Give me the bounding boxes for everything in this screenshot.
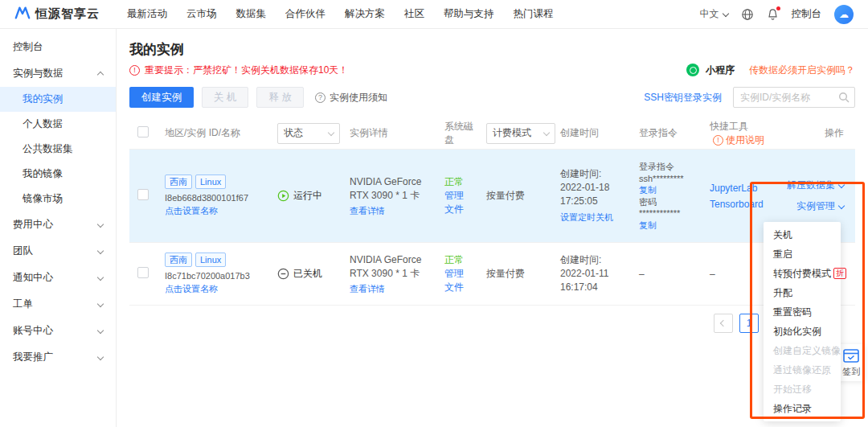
brand-name: 恒源智享云 <box>35 6 100 22</box>
tensorboard-link[interactable]: Tensorboard <box>710 196 779 212</box>
table-header: 地区/实例 ID/名称 状态 实例详情 系统磁盘 计费模式 创建时间 登录指令 … <box>129 117 855 150</box>
page-title: 我的实例 <box>129 40 855 60</box>
menu-item-reset-password[interactable]: 重置密码 <box>764 302 841 322</box>
nav-solutions[interactable]: 解决方案 <box>345 7 385 21</box>
globe-icon[interactable] <box>741 8 754 21</box>
sidebar-item-my-images[interactable]: 我的镜像 <box>0 162 116 187</box>
chevron-down-icon <box>97 220 104 227</box>
menu-item-init-instance[interactable]: 初始化实例 <box>764 322 841 341</box>
copy-password-link[interactable]: 复制 <box>639 220 657 230</box>
menu-item-upgrade[interactable]: 升配 <box>764 283 841 302</box>
nav-latest-activities[interactable]: 最新活动 <box>127 7 167 21</box>
nav-hot-courses[interactable]: 热门课程 <box>514 7 554 21</box>
view-detail-link[interactable]: 查看详情 <box>350 283 385 295</box>
logo[interactable]: 恒源智享云 <box>14 6 100 23</box>
language-selector[interactable]: 中文 <box>700 7 728 21</box>
instance-manage-dropdown-trigger[interactable]: 实例管理 <box>796 199 844 213</box>
instances-table: 地区/实例 ID/名称 状态 实例详情 系统磁盘 计费模式 创建时间 登录指令 … <box>129 117 855 306</box>
nav-cloud-market[interactable]: 云市场 <box>186 7 217 21</box>
status-filter-select[interactable]: 状态 <box>277 123 340 144</box>
col-header-region: 地区/实例 ID/名称 <box>165 126 277 140</box>
sidebar-group-team[interactable]: 团队 <box>0 238 116 265</box>
logo-icon <box>14 6 31 23</box>
nav-partners[interactable]: 合作伙伴 <box>285 7 326 21</box>
disk-file-link[interactable]: 文件 <box>444 281 481 294</box>
menu-item-restore-from-image: 通过镜像还原 <box>764 360 841 380</box>
sidebar-item-console[interactable]: 控制台 <box>0 34 116 60</box>
billing-mode: 按量付费 <box>486 189 560 203</box>
info-circle-icon <box>713 135 723 146</box>
set-name-link[interactable]: 点击设置名称 <box>165 283 218 295</box>
create-instance-button[interactable]: 创建实例 <box>129 87 194 108</box>
sidebar-group-account-center[interactable]: 账号中心 <box>0 318 116 344</box>
timed-shutdown-link[interactable]: 设置定时关机 <box>560 211 613 224</box>
checkin-label: 签到 <box>842 366 860 378</box>
billing-filter-select[interactable]: 计费模式 <box>486 123 555 144</box>
notification-bell-icon[interactable] <box>767 8 779 21</box>
chevron-down-icon <box>838 202 845 208</box>
avatar[interactable]: ☁ <box>834 5 854 24</box>
usage-help-link[interactable]: 使用说明 <box>713 133 764 147</box>
prev-page-button <box>714 314 733 333</box>
data-question-link[interactable]: 传数据必须开启实例吗？ <box>749 64 855 77</box>
menu-item-to-prepaid[interactable]: 转预付费模式 折 <box>764 264 841 283</box>
table-row: 西南Linux I8eb668d3800101f67 点击设置名称 运行中 NV… <box>129 150 855 243</box>
main-content: 我的实例 重要提示：严禁挖矿！实例关机数据保存10天！ 小程序 传数据必须开启实… <box>117 29 868 427</box>
chevron-down-icon <box>97 326 104 333</box>
created-time: 2022-01-11 16:17:04 <box>560 267 634 294</box>
row-checkbox[interactable] <box>137 267 149 278</box>
question-circle-icon <box>315 92 326 103</box>
set-name-link[interactable]: 点击设置名称 <box>165 205 218 217</box>
sidebar-group-promotion[interactable]: 我要推广 <box>0 344 116 371</box>
menu-item-operation-log[interactable]: 操作记录 <box>764 399 841 418</box>
shutdown-button: 关 机 <box>202 87 248 108</box>
nav-datasets[interactable]: 数据集 <box>236 7 267 21</box>
menu-item-create-custom-image: 创建自定义镜像 <box>764 341 841 360</box>
sidebar-item-my-instances[interactable]: 我的实例 <box>0 87 116 112</box>
password-label: 密码 <box>639 196 705 208</box>
disk-manage-link[interactable]: 管理 <box>444 267 481 281</box>
topbar-right: 中文 控制台 ☁ <box>700 5 854 24</box>
search-input[interactable] <box>733 87 855 108</box>
checkin-icon <box>842 347 860 363</box>
col-header-login: 登录指令 <box>639 126 710 140</box>
select-all-checkbox[interactable] <box>137 126 149 138</box>
sidebar-item-image-market[interactable]: 镜像市场 <box>0 187 116 211</box>
view-detail-link[interactable]: 查看详情 <box>350 205 385 217</box>
console-link[interactable]: 控制台 <box>792 7 822 21</box>
sidebar-group-billing-center[interactable]: 费用中心 <box>0 211 116 238</box>
sidebar-group-tickets[interactable]: 工单 <box>0 291 116 318</box>
jupyterlab-link[interactable]: JupyterLab <box>710 180 779 196</box>
sidebar-group-instances-data[interactable]: 实例与数据 <box>0 60 116 87</box>
chevron-left-icon <box>720 320 727 326</box>
current-page-button[interactable]: 1 <box>739 314 759 333</box>
menu-item-reboot[interactable]: 重启 <box>764 244 841 264</box>
created-time: 2022-01-18 17:25:05 <box>560 181 634 208</box>
chevron-down-icon <box>328 129 334 135</box>
col-header-detail: 实例详情 <box>350 126 444 140</box>
checkin-widget[interactable]: 签到 <box>837 344 865 381</box>
topbar: 恒源智享云 最新活动 云市场 数据集 合作伙伴 解决方案 社区 帮助与支持 热门… <box>0 0 868 29</box>
gpu-spec: NVIDIA GeForce RTX 3090 * 1 卡 <box>350 175 440 203</box>
disk-manage-link[interactable]: 管理 <box>444 189 481 203</box>
usage-notice-link[interactable]: 实例使用须知 <box>315 91 387 105</box>
menu-item-shutdown[interactable]: 关机 <box>764 225 841 244</box>
row-checkbox[interactable] <box>137 189 149 200</box>
sidebar-item-personal-data[interactable]: 个人数据 <box>0 112 116 137</box>
disk-status: 正常 <box>444 253 481 267</box>
copy-ssh-link[interactable]: 复制 <box>639 185 657 195</box>
sidebar: 控制台 实例与数据 我的实例 个人数据 公共数据集 我的镜像 镜像市场 费用中心… <box>0 29 117 427</box>
disk-file-link[interactable]: 文件 <box>444 203 481 216</box>
warning-icon <box>129 65 140 76</box>
running-status-icon <box>277 190 289 202</box>
unzip-dataset-dropdown[interactable]: 解压数据集 <box>787 179 844 192</box>
ssh-key-login-link[interactable]: SSH密钥登录实例 <box>644 91 722 105</box>
nav-community[interactable]: 社区 <box>404 7 424 21</box>
mini-program-label[interactable]: 小程序 <box>706 64 735 77</box>
chevron-down-icon <box>97 353 104 359</box>
col-header-tools: 快捷工具使用说明 <box>710 120 784 147</box>
nav-help-support[interactable]: 帮助与支持 <box>444 7 494 21</box>
disk-status: 正常 <box>444 175 481 189</box>
sidebar-group-notification-center[interactable]: 通知中心 <box>0 265 116 291</box>
sidebar-item-public-datasets[interactable]: 公共数据集 <box>0 137 116 162</box>
